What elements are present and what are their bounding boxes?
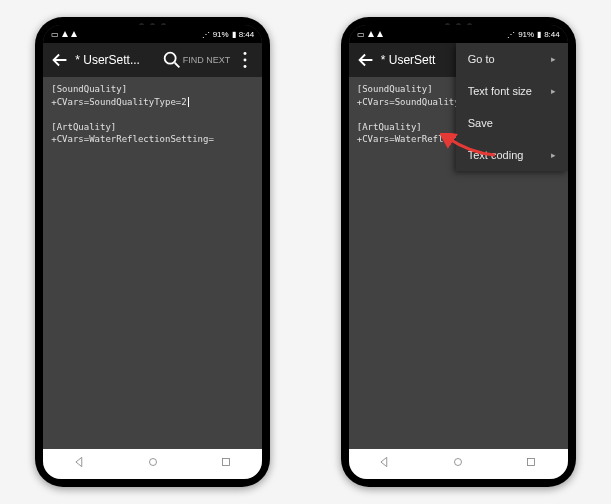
- search-icon[interactable]: [161, 49, 183, 71]
- screen-left: ▭ ⋰ 91% ▮ 8:44 * UserSett... FIND NEXT: [43, 25, 262, 479]
- chevron-right-icon: ▸: [551, 86, 556, 96]
- menu-item-textcoding[interactable]: Text coding ▸: [456, 139, 568, 171]
- wifi-icon: ⋰: [202, 30, 210, 39]
- phone-frame-right: ▭ ⋰ 91% ▮ 8:44 * UserSett [SoundQuality]…: [341, 17, 576, 487]
- svg-rect-5: [222, 459, 229, 466]
- screen-right: ▭ ⋰ 91% ▮ 8:44 * UserSett [SoundQuality]…: [349, 25, 568, 479]
- svg-point-4: [149, 459, 156, 466]
- status-bar: ▭ ⋰ 91% ▮ 8:44: [43, 25, 262, 43]
- signal-icon: [377, 31, 383, 37]
- menu-item-goto[interactable]: Go to ▸: [456, 43, 568, 75]
- battery-icon: ▮: [232, 30, 236, 39]
- nav-back-icon[interactable]: [73, 455, 87, 473]
- battery-icon: ▮: [537, 30, 541, 39]
- menu-item-label: Text font size: [468, 85, 532, 97]
- svg-point-2: [244, 59, 247, 62]
- editor-line: +CVars=SoundQualityType=2: [51, 97, 186, 107]
- nav-recent-icon[interactable]: [219, 455, 233, 473]
- signal-icon: [71, 31, 77, 37]
- chevron-right-icon: ▸: [551, 54, 556, 64]
- svg-rect-7: [528, 459, 535, 466]
- menu-item-label: Save: [468, 117, 493, 129]
- menu-item-fontsize[interactable]: Text font size ▸: [456, 75, 568, 107]
- clock: 8:44: [544, 30, 560, 39]
- navigation-bar: [349, 449, 568, 479]
- clock: 8:44: [239, 30, 255, 39]
- app-header: * UserSett... FIND NEXT: [43, 43, 262, 77]
- text-cursor: [188, 97, 189, 107]
- editor-line: [ArtQuality]: [357, 122, 422, 132]
- back-icon[interactable]: [49, 49, 71, 71]
- svg-point-3: [244, 65, 247, 68]
- svg-point-6: [455, 459, 462, 466]
- sim-icon: ▭: [51, 30, 59, 39]
- editor-line: [ArtQuality]: [51, 122, 116, 132]
- battery-percent: 91%: [213, 30, 229, 39]
- find-next-button[interactable]: FIND NEXT: [183, 55, 231, 65]
- navigation-bar: [43, 449, 262, 479]
- nav-home-icon[interactable]: [146, 455, 160, 473]
- status-bar: ▭ ⋰ 91% ▮ 8:44: [349, 25, 568, 43]
- chevron-right-icon: ▸: [551, 150, 556, 160]
- sim-icon: ▭: [357, 30, 365, 39]
- signal-icon: [62, 31, 68, 37]
- editor-line: +CVars=WaterReflectionSetting=: [51, 134, 214, 144]
- text-editor-area[interactable]: [SoundQuality] +CVars=SoundQualityType=2…: [43, 77, 262, 449]
- svg-point-1: [244, 52, 247, 55]
- battery-percent: 91%: [518, 30, 534, 39]
- nav-home-icon[interactable]: [451, 455, 465, 473]
- phone-frame-left: ▭ ⋰ 91% ▮ 8:44 * UserSett... FIND NEXT: [35, 17, 270, 487]
- editor-line: +CVars=SoundQualityTy: [357, 97, 471, 107]
- nav-back-icon[interactable]: [378, 455, 392, 473]
- wifi-icon: ⋰: [507, 30, 515, 39]
- editor-line: [SoundQuality]: [51, 84, 127, 94]
- editor-line: [SoundQuality]: [357, 84, 433, 94]
- menu-item-save[interactable]: Save: [456, 107, 568, 139]
- overflow-menu-popup: Go to ▸ Text font size ▸ Save Text codin…: [456, 43, 568, 171]
- menu-item-label: Text coding: [468, 149, 524, 161]
- page-title: * UserSett...: [75, 53, 160, 67]
- signal-icon: [368, 31, 374, 37]
- menu-item-label: Go to: [468, 53, 495, 65]
- nav-recent-icon[interactable]: [524, 455, 538, 473]
- svg-point-0: [164, 53, 175, 64]
- back-icon[interactable]: [355, 49, 377, 71]
- overflow-menu-icon[interactable]: [234, 49, 256, 71]
